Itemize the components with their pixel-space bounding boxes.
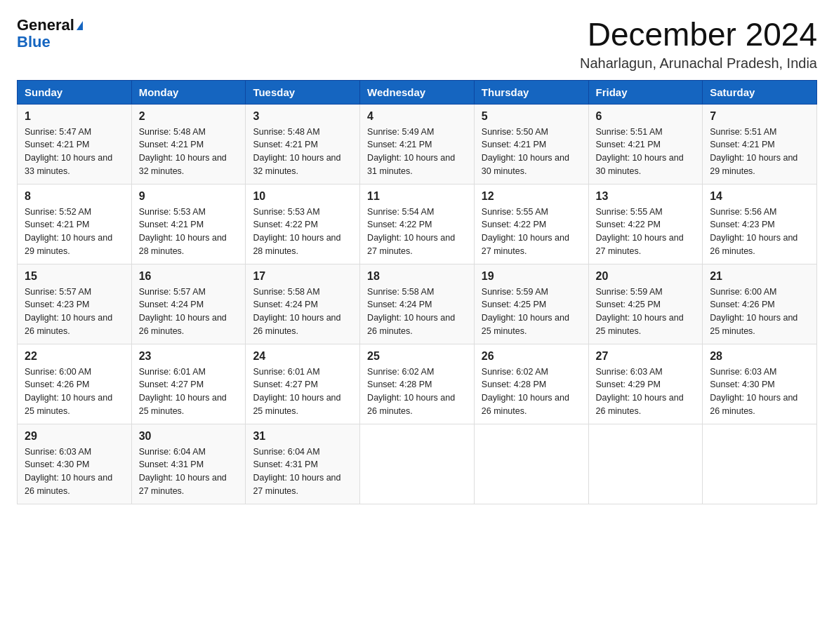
day-cell: [703, 424, 817, 504]
sunrise-label: Sunrise: 6:00 AM: [25, 367, 91, 377]
day-cell: 17 Sunrise: 5:58 AM Sunset: 4:24 PM Dayl…: [246, 264, 360, 344]
day-cell: 4 Sunrise: 5:49 AM Sunset: 4:21 PM Dayli…: [360, 104, 475, 184]
week-row-2: 8 Sunrise: 5:52 AM Sunset: 4:21 PM Dayli…: [18, 184, 817, 264]
week-row-3: 15 Sunrise: 5:57 AM Sunset: 4:23 PM Dayl…: [18, 264, 817, 344]
logo-line1: General: [17, 17, 83, 34]
daylight-label: Daylight: 10 hours and 28 minutes.: [253, 233, 340, 256]
daylight-label: Daylight: 10 hours and 30 minutes.: [596, 153, 684, 176]
daylight-label: Daylight: 10 hours and 29 minutes.: [710, 153, 797, 176]
day-cell: 25 Sunrise: 6:02 AM Sunset: 4:28 PM Dayl…: [360, 344, 475, 424]
day-info: Sunrise: 5:47 AM Sunset: 4:21 PM Dayligh…: [25, 126, 124, 178]
logo-text: General Blue: [17, 17, 83, 51]
day-info: Sunrise: 6:03 AM Sunset: 4:29 PM Dayligh…: [596, 365, 696, 418]
sunrise-label: Sunrise: 5:53 AM: [139, 207, 206, 217]
daylight-label: Daylight: 10 hours and 27 minutes.: [596, 233, 684, 256]
day-number: 25: [367, 350, 467, 363]
day-cell: 22 Sunrise: 6:00 AM Sunset: 4:26 PM Dayl…: [18, 344, 132, 424]
day-cell: 9 Sunrise: 5:53 AM Sunset: 4:21 PM Dayli…: [131, 184, 246, 264]
sunset-label: Sunset: 4:30 PM: [710, 380, 774, 389]
day-number: 13: [596, 190, 696, 203]
sunrise-label: Sunrise: 6:03 AM: [25, 447, 91, 457]
day-number: 5: [482, 110, 581, 123]
sunset-label: Sunset: 4:25 PM: [596, 300, 661, 309]
page-header: General Blue December 2024 Naharlagun, A…: [17, 17, 817, 72]
sunrise-label: Sunrise: 5:59 AM: [596, 287, 663, 297]
day-cell: 27 Sunrise: 6:03 AM Sunset: 4:29 PM Dayl…: [588, 344, 703, 424]
day-cell: 30 Sunrise: 6:04 AM Sunset: 4:31 PM Dayl…: [131, 424, 246, 504]
sunrise-label: Sunrise: 6:01 AM: [139, 367, 206, 377]
header-cell-tuesday: Tuesday: [246, 80, 360, 104]
sunset-label: Sunset: 4:26 PM: [710, 300, 774, 309]
daylight-label: Daylight: 10 hours and 25 minutes.: [25, 393, 112, 416]
day-number: 21: [710, 270, 809, 283]
day-info: Sunrise: 5:49 AM Sunset: 4:21 PM Dayligh…: [367, 126, 467, 178]
day-number: 16: [139, 270, 239, 283]
day-number: 30: [139, 430, 239, 443]
day-info: Sunrise: 5:50 AM Sunset: 4:21 PM Dayligh…: [482, 126, 581, 178]
day-number: 3: [253, 110, 352, 123]
day-number: 26: [482, 350, 581, 363]
day-number: 20: [596, 270, 696, 283]
day-cell: 16 Sunrise: 5:57 AM Sunset: 4:24 PM Dayl…: [131, 264, 246, 344]
day-number: 23: [139, 350, 239, 363]
day-cell: 15 Sunrise: 5:57 AM Sunset: 4:23 PM Dayl…: [18, 264, 132, 344]
sunset-label: Sunset: 4:21 PM: [139, 220, 204, 229]
sunrise-label: Sunrise: 5:57 AM: [25, 287, 91, 297]
sunset-label: Sunset: 4:21 PM: [367, 140, 432, 149]
logo-general: General: [17, 17, 74, 34]
sunrise-label: Sunrise: 5:49 AM: [367, 127, 434, 137]
day-number: 15: [25, 270, 124, 283]
daylight-label: Daylight: 10 hours and 25 minutes.: [710, 313, 797, 336]
sunrise-label: Sunrise: 6:00 AM: [710, 287, 776, 297]
day-info: Sunrise: 6:00 AM Sunset: 4:26 PM Dayligh…: [25, 365, 124, 418]
daylight-label: Daylight: 10 hours and 29 minutes.: [25, 233, 112, 256]
sunrise-label: Sunrise: 5:51 AM: [596, 127, 663, 137]
title-block: December 2024 Naharlagun, Arunachal Prad…: [580, 17, 817, 72]
daylight-label: Daylight: 10 hours and 25 minutes.: [139, 393, 227, 416]
day-number: 9: [139, 190, 239, 203]
sunrise-label: Sunrise: 6:02 AM: [367, 367, 434, 377]
daylight-label: Daylight: 10 hours and 26 minutes.: [25, 473, 112, 496]
day-cell: 12 Sunrise: 5:55 AM Sunset: 4:22 PM Dayl…: [474, 184, 588, 264]
sunrise-label: Sunrise: 5:48 AM: [253, 127, 319, 137]
sunrise-label: Sunrise: 5:59 AM: [482, 287, 548, 297]
week-row-5: 29 Sunrise: 6:03 AM Sunset: 4:30 PM Dayl…: [18, 424, 817, 504]
sunset-label: Sunset: 4:24 PM: [139, 300, 204, 309]
sunrise-label: Sunrise: 5:50 AM: [482, 127, 548, 137]
day-number: 2: [139, 110, 239, 123]
daylight-label: Daylight: 10 hours and 25 minutes.: [482, 313, 569, 336]
sunrise-label: Sunrise: 6:01 AM: [253, 367, 319, 377]
day-cell: [474, 424, 588, 504]
day-number: 19: [482, 270, 581, 283]
calendar-table: SundayMondayTuesdayWednesdayThursdayFrid…: [17, 80, 817, 504]
sunset-label: Sunset: 4:23 PM: [25, 300, 89, 309]
day-info: Sunrise: 5:52 AM Sunset: 4:21 PM Dayligh…: [25, 206, 124, 258]
day-cell: 2 Sunrise: 5:48 AM Sunset: 4:21 PM Dayli…: [131, 104, 246, 184]
sunrise-label: Sunrise: 6:03 AM: [710, 367, 776, 377]
sunset-label: Sunset: 4:23 PM: [710, 220, 774, 229]
day-info: Sunrise: 5:53 AM Sunset: 4:21 PM Dayligh…: [139, 206, 239, 258]
sunrise-label: Sunrise: 5:57 AM: [139, 287, 206, 297]
daylight-label: Daylight: 10 hours and 32 minutes.: [253, 153, 340, 176]
day-cell: 5 Sunrise: 5:50 AM Sunset: 4:21 PM Dayli…: [474, 104, 588, 184]
day-info: Sunrise: 6:02 AM Sunset: 4:28 PM Dayligh…: [367, 365, 467, 418]
header-row: SundayMondayTuesdayWednesdayThursdayFrid…: [18, 80, 817, 104]
daylight-label: Daylight: 10 hours and 27 minutes.: [367, 233, 455, 256]
day-info: Sunrise: 5:53 AM Sunset: 4:22 PM Dayligh…: [253, 206, 352, 258]
sunrise-label: Sunrise: 5:55 AM: [596, 207, 663, 217]
sunset-label: Sunset: 4:31 PM: [139, 459, 204, 469]
sunset-label: Sunset: 4:30 PM: [25, 459, 89, 469]
day-cell: 28 Sunrise: 6:03 AM Sunset: 4:30 PM Dayl…: [703, 344, 817, 424]
day-info: Sunrise: 5:58 AM Sunset: 4:24 PM Dayligh…: [253, 286, 352, 338]
daylight-label: Daylight: 10 hours and 33 minutes.: [25, 153, 112, 176]
sunset-label: Sunset: 4:24 PM: [367, 300, 432, 309]
day-info: Sunrise: 5:48 AM Sunset: 4:21 PM Dayligh…: [139, 126, 239, 178]
day-cell: 23 Sunrise: 6:01 AM Sunset: 4:27 PM Dayl…: [131, 344, 246, 424]
daylight-label: Daylight: 10 hours and 26 minutes.: [367, 313, 455, 336]
sunset-label: Sunset: 4:21 PM: [25, 220, 89, 229]
day-cell: 29 Sunrise: 6:03 AM Sunset: 4:30 PM Dayl…: [18, 424, 132, 504]
sunrise-label: Sunrise: 5:52 AM: [25, 207, 91, 217]
sunset-label: Sunset: 4:21 PM: [596, 140, 661, 149]
day-info: Sunrise: 5:59 AM Sunset: 4:25 PM Dayligh…: [596, 286, 696, 338]
day-info: Sunrise: 5:51 AM Sunset: 4:21 PM Dayligh…: [710, 126, 809, 178]
